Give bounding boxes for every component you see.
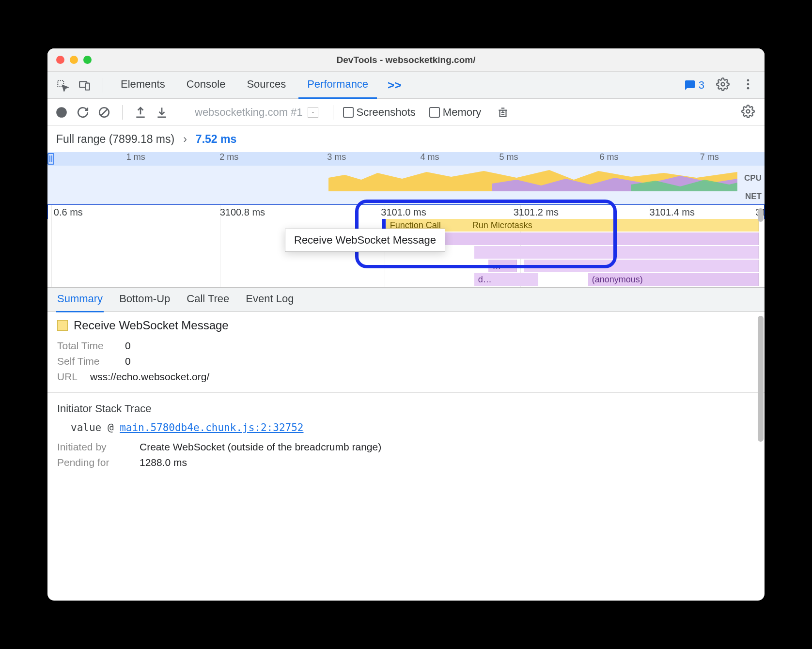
trace-source-link[interactable]: main.5780db4e.chunk.js:2:32752	[120, 422, 303, 433]
garbage-collect-icon[interactable]	[495, 104, 511, 121]
checkbox-icon	[343, 107, 354, 118]
tab-performance[interactable]: Performance	[298, 72, 377, 99]
flame-tooltip: Receive WebSocket Message	[285, 229, 445, 252]
summary-title: Receive WebSocket Message	[57, 319, 755, 332]
capture-settings-icon[interactable]	[737, 105, 759, 120]
traffic-lights	[56, 56, 92, 64]
stack-trace-row: value @ main.5780db4e.chunk.js:2:32752	[57, 422, 755, 433]
record-button[interactable]	[53, 104, 70, 121]
recording-label: websocketking.com #1	[195, 106, 303, 119]
issues-badge[interactable]: 3	[680, 79, 708, 92]
chevron-down-icon	[308, 107, 318, 118]
svg-rect-2	[85, 83, 90, 90]
tabs-overflow-button[interactable]: >>	[381, 78, 408, 92]
memory-checkbox[interactable]: Memory	[429, 106, 481, 119]
divider	[103, 78, 103, 93]
total-time-label: Total Time	[57, 340, 115, 352]
svg-point-3	[721, 83, 725, 86]
divider	[180, 105, 180, 120]
flame-bar[interactable]: …	[488, 260, 517, 272]
flame-bar[interactable]	[524, 260, 759, 272]
divider	[122, 105, 123, 120]
divider	[47, 392, 765, 393]
overview-tick: 6 ms	[600, 152, 619, 162]
flame-tick: 3101.0 ms	[381, 207, 426, 218]
pending-label: Pending for	[57, 457, 130, 468]
initiator-heading: Initiator Stack Trace	[57, 402, 755, 415]
scrollbar-thumb[interactable]	[758, 316, 764, 442]
tab-sources[interactable]: Sources	[238, 72, 295, 99]
overview-tick: 7 ms	[700, 152, 719, 162]
svg-point-5	[747, 83, 750, 86]
flame-bar[interactable]: d…	[474, 273, 538, 286]
divider	[333, 105, 333, 120]
detail-tabs: Summary Bottom-Up Call Tree Event Log	[47, 288, 765, 312]
flame-ruler: 0.6 ms 3100.8 ms 3101.0 ms 3101.2 ms 310…	[47, 204, 765, 219]
flame-tick: 0.6 ms	[54, 207, 83, 218]
titlebar: DevTools - websocketking.com/	[47, 48, 765, 72]
net-lane-label: NET	[745, 192, 762, 201]
breadcrumb-current[interactable]: 7.52 ms	[196, 133, 236, 146]
tab-bottom-up[interactable]: Bottom-Up	[118, 287, 171, 312]
svg-point-6	[747, 87, 750, 90]
maximize-window-button[interactable]	[83, 56, 92, 64]
memory-label: Memory	[443, 106, 481, 119]
checkbox-icon	[429, 107, 440, 118]
tab-call-tree[interactable]: Call Tree	[186, 287, 230, 312]
overview-ruler: 1 ms 2 ms 3 ms 4 ms 5 ms 6 ms 7 ms	[47, 152, 765, 166]
breadcrumb-full-range[interactable]: Full range (7899.18 ms)	[56, 133, 174, 146]
url-row: URL wss://echo.websocket.org/	[57, 371, 755, 383]
screenshots-label: Screenshots	[357, 106, 416, 119]
reload-button[interactable]	[75, 104, 91, 121]
overview-tick: 3 ms	[327, 152, 346, 162]
flame-tick: 3101.4 ms	[650, 207, 695, 218]
inspect-element-icon[interactable]	[53, 76, 72, 94]
devtools-window: DevTools - websocketking.com/ Elements C…	[47, 48, 765, 601]
self-time-label: Self Time	[57, 355, 115, 367]
flame-bar[interactable]: (anonymous)	[588, 273, 759, 286]
overview-tick: 2 ms	[219, 152, 238, 162]
tab-console[interactable]: Console	[178, 72, 234, 99]
tab-elements[interactable]: Elements	[112, 72, 174, 99]
chevron-right-icon: ›	[183, 133, 187, 146]
timeline-overview[interactable]: 1 ms 2 ms 3 ms 4 ms 5 ms 6 ms 7 ms CPU N…	[47, 152, 765, 204]
pending-row: Pending for 1288.0 ms	[57, 457, 755, 468]
flame-bar[interactable]	[474, 246, 759, 259]
flame-tick: 3101.2 ms	[514, 207, 559, 218]
close-window-button[interactable]	[56, 56, 64, 64]
overview-tick: 1 ms	[126, 152, 145, 162]
recording-select[interactable]: websocketking.com #1	[190, 106, 323, 119]
devtools-tabstrip: Elements Console Sources Performance >> …	[47, 72, 765, 99]
svg-point-4	[747, 79, 750, 82]
trace-at: @	[108, 422, 114, 433]
clear-button[interactable]	[96, 104, 112, 121]
download-button[interactable]	[154, 104, 170, 121]
overview-tick: 5 ms	[499, 152, 518, 162]
overview-flame	[328, 169, 737, 191]
cpu-lane-label: CPU	[744, 173, 762, 183]
self-time-value: 0	[125, 355, 131, 367]
device-toggle-icon[interactable]	[76, 76, 94, 94]
tab-summary[interactable]: Summary	[56, 287, 104, 312]
performance-toolbar: websocketking.com #1 Screenshots Memory	[47, 99, 765, 126]
overview-handle-right[interactable]	[47, 153, 54, 165]
pending-value: 1288.0 ms	[140, 457, 187, 468]
window-title: DevTools - websocketking.com/	[47, 55, 765, 65]
color-swatch	[57, 320, 68, 331]
screenshots-checkbox[interactable]: Screenshots	[343, 106, 416, 119]
more-menu-icon[interactable]	[737, 77, 759, 93]
breadcrumb: Full range (7899.18 ms) › 7.52 ms	[47, 126, 765, 152]
flame-chart[interactable]: 0.6 ms 3100.8 ms 3101.0 ms 3101.2 ms 310…	[47, 204, 765, 288]
scrollbar-thumb[interactable]	[758, 208, 764, 222]
initiated-by-label: Initiated by	[57, 441, 130, 453]
minimize-window-button[interactable]	[70, 56, 78, 64]
upload-button[interactable]	[132, 104, 149, 121]
svg-point-10	[747, 110, 750, 113]
tab-event-log[interactable]: Event Log	[245, 287, 295, 312]
summary-panel: Receive WebSocket Message Total Time 0 S…	[47, 312, 765, 601]
initiated-by-value: Create WebSocket (outside of the breadcr…	[140, 441, 381, 453]
self-time-row: Self Time 0	[57, 355, 755, 367]
settings-icon[interactable]	[712, 77, 734, 93]
total-time-value: 0	[125, 340, 131, 352]
flame-tick: 3100.8 ms	[220, 207, 265, 218]
